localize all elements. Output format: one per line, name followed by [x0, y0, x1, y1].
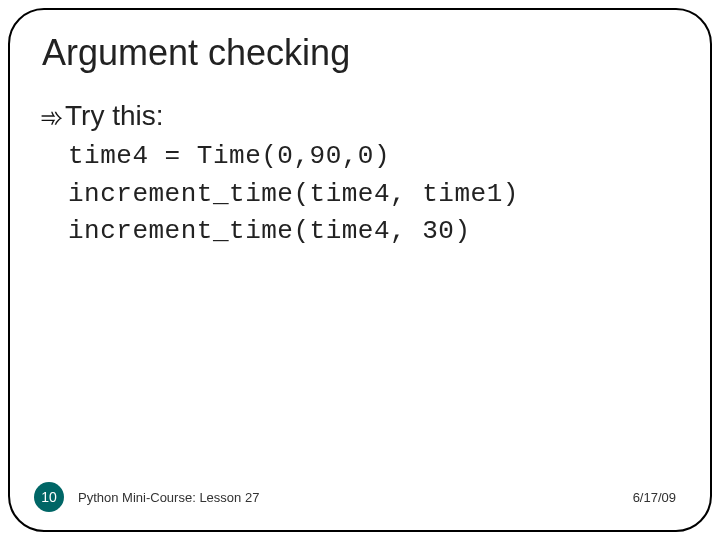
- slide-frame: Argument checking ➾ Try this: time4 = Ti…: [8, 8, 712, 532]
- page-number-badge: 10: [34, 482, 64, 512]
- code-block: time4 = Time(0,90,0) increment_time(time…: [68, 138, 680, 251]
- slide-title: Argument checking: [42, 32, 680, 74]
- slide-footer: 10 Python Mini-Course: Lesson 27 6/17/09: [10, 482, 710, 512]
- bullet-label: Try this:: [65, 100, 164, 132]
- bullet-item: ➾ Try this:: [40, 100, 680, 132]
- spiral-bullet-icon: ➾: [40, 104, 63, 132]
- footer-course: Python Mini-Course: Lesson 27: [78, 490, 633, 505]
- footer-date: 6/17/09: [633, 490, 676, 505]
